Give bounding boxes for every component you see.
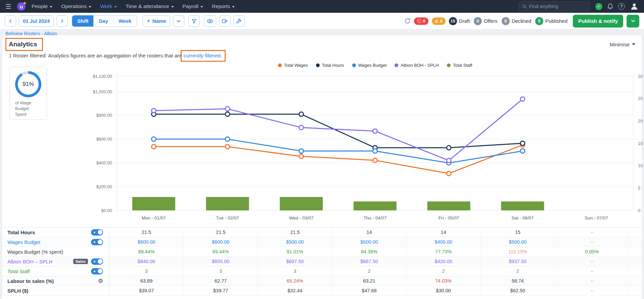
table-cell: 110.15%: [481, 247, 555, 256]
table-row: Wages Budget$600.00$600.00$500.00$500.00…: [2, 237, 642, 247]
view-visibility-button[interactable]: [204, 15, 216, 27]
hamburger-menu-icon[interactable]: ☰: [5, 3, 11, 10]
nav-item-work[interactable]: Work: [100, 3, 117, 9]
table-cell: 21.5: [184, 228, 258, 237]
legend-item[interactable]: Total Wages: [278, 63, 308, 68]
settings-gear-icon[interactable]: ⚙: [98, 278, 103, 284]
row-label-cell: Wages Budget: [2, 237, 109, 247]
offers-label: Offers: [484, 18, 498, 24]
date-picker-button[interactable]: 01 Jul 2024: [19, 15, 54, 27]
view-toggle-shift[interactable]: Shift: [72, 15, 93, 27]
sales-badge: Sales: [73, 259, 88, 264]
row-label: Albion BOH – SPLH: [7, 259, 52, 264]
search-icon: [522, 4, 526, 9]
svg-text:Fri - 05/07: Fri - 05/07: [439, 215, 459, 220]
sort-options-dropdown[interactable]: [173, 15, 184, 27]
legend-item[interactable]: Total Staff: [447, 63, 472, 68]
export-roster-button[interactable]: [219, 15, 231, 27]
sort-ascending-icon: [146, 19, 151, 23]
table-cell: $500.00: [332, 237, 406, 247]
nav-item-label: People: [32, 3, 48, 9]
svg-text:Thu - 04/07: Thu - 04/07: [363, 215, 386, 220]
published-count-badge: 0: [535, 17, 543, 25]
minimise-button[interactable]: Minimise: [610, 42, 635, 47]
nav-item-time-attendance[interactable]: Time & attendance: [126, 3, 174, 9]
series-toggle[interactable]: [91, 229, 103, 236]
sort-by-name-button[interactable]: Name: [142, 15, 170, 27]
global-search[interactable]: [518, 1, 590, 11]
published-label: Published: [545, 18, 567, 24]
table-row: Albion BOH – SPLHSales$840.00$855.00$697…: [2, 257, 642, 266]
publish-and-notify-button[interactable]: Publish & notify: [573, 15, 623, 28]
table-row: Wages Budget (% spent)89.44%89.44%91.01%…: [2, 247, 642, 257]
analytics-title: Analytics: [9, 41, 37, 48]
nav-item-payroll[interactable]: Payroll: [183, 3, 203, 9]
table-row: Total Hours21.521.521.5141415-: [2, 228, 642, 237]
svg-text:Mon - 01/07: Mon - 01/07: [142, 215, 166, 220]
table-cell: -: [555, 237, 629, 247]
chevron-down-icon: [632, 43, 635, 45]
tools-button[interactable]: [233, 15, 245, 27]
wrench-icon: [236, 18, 242, 24]
declined-count-badge: 0: [502, 17, 510, 25]
help-icon[interactable]: ?: [618, 3, 625, 10]
row-label: Wages Budget (% spent): [7, 249, 63, 255]
roster-toolbar: 01 Jul 2024 ShiftDayWeek Name ! 0 ⚠ 0 15…: [0, 13, 644, 30]
table-cell: 14: [332, 228, 406, 237]
table-cell: $500.00: [481, 237, 555, 247]
row-label: SPLH ($): [7, 288, 29, 294]
table-cell: $500.00: [258, 237, 332, 247]
nav-item-reports[interactable]: Reports: [212, 3, 235, 9]
view-mode-segmented-control: ShiftDayWeek: [72, 15, 137, 27]
table-cell: -: [555, 228, 629, 237]
table-cell: -: [555, 286, 629, 295]
analytics-table: Total Hours21.521.521.5141415-Wages Budg…: [2, 227, 642, 296]
search-input[interactable]: [529, 4, 587, 9]
series-toggle[interactable]: [91, 239, 103, 245]
svg-text:25: 25: [638, 96, 643, 101]
warning-count-pill[interactable]: ⚠ 0: [432, 17, 446, 25]
series-toggle[interactable]: [91, 268, 103, 275]
nav-item-people[interactable]: People: [32, 3, 52, 9]
nav-item-operations[interactable]: Operations: [61, 3, 91, 9]
table-cell: $697.50: [258, 257, 332, 266]
chevron-down-icon: [631, 19, 635, 22]
declined-label: Declined: [512, 18, 531, 24]
svg-text:0: 0: [638, 208, 640, 213]
view-toggle-week[interactable]: Week: [113, 15, 137, 27]
chevron-left-icon: [8, 19, 13, 23]
navbar-right: ✓ ?: [518, 1, 639, 11]
table-cell: $420.00: [407, 257, 481, 266]
svg-text:Tue - 02/07: Tue - 02/07: [216, 215, 239, 220]
notifications-bell-icon[interactable]: [607, 3, 613, 10]
series-toggle[interactable]: [91, 258, 103, 265]
legend-item[interactable]: Total Hours: [316, 63, 344, 68]
filter-button[interactable]: [188, 15, 200, 27]
prev-day-button[interactable]: [5, 15, 16, 27]
top-navbar: ☰ u PeopleOperationsWorkTime & attendanc…: [0, 0, 644, 13]
error-count-pill[interactable]: ! 0: [414, 17, 428, 25]
table-cell: 84.39%: [332, 247, 406, 256]
system-ok-icon[interactable]: ✓: [595, 3, 602, 10]
row-controls: Sales: [73, 258, 103, 265]
svg-text:$1,000.00: $1,000.00: [93, 89, 112, 94]
publish-options-dropdown[interactable]: [627, 15, 639, 28]
next-day-button[interactable]: [56, 15, 68, 27]
legend-item[interactable]: Wages Budget: [352, 63, 387, 68]
offers-count-badge: 0: [474, 17, 482, 25]
app-logo[interactable]: u: [17, 2, 26, 11]
row-controls: [91, 268, 103, 275]
refresh-button[interactable]: [404, 18, 411, 24]
legend-label: Wages Budget: [358, 63, 387, 68]
user-avatar[interactable]: [630, 2, 639, 11]
nav-item-label: Operations: [61, 3, 87, 9]
table-cell: -: [555, 266, 629, 276]
table-cell: 89.44%: [109, 247, 184, 256]
legend-item[interactable]: Albion BOH - SPLH: [395, 63, 439, 68]
legend-dot: [395, 63, 398, 67]
view-toggle-day[interactable]: Day: [93, 15, 113, 27]
currently-filtered-link[interactable]: currently filtered.: [183, 53, 222, 58]
svg-text:Sun - 07/07: Sun - 07/07: [585, 215, 608, 220]
table-cell: 21.5: [258, 228, 332, 237]
row-label-cell: Total Hours: [2, 228, 109, 237]
